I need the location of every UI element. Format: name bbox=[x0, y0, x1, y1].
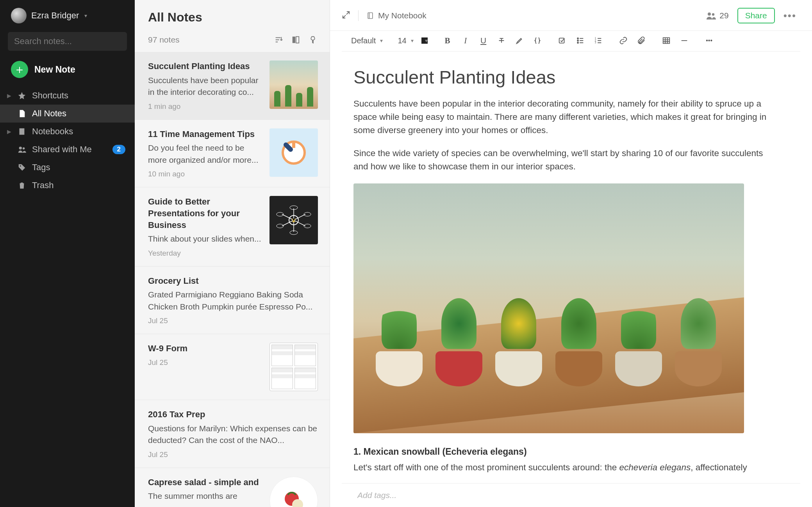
search-input[interactable] bbox=[14, 36, 121, 46]
checklist-button[interactable] bbox=[557, 36, 568, 46]
link-button[interactable] bbox=[618, 36, 628, 46]
list-title: All Notes bbox=[148, 10, 316, 25]
note-item[interactable]: 11 Time Management Tips Do you feel the … bbox=[135, 120, 330, 188]
nav-all-notes[interactable]: ▶ All Notes bbox=[0, 105, 135, 123]
share-count[interactable]: 29 bbox=[706, 11, 728, 20]
svg-point-26 bbox=[577, 42, 578, 43]
note-thumbnail bbox=[269, 60, 318, 109]
doc-image[interactable] bbox=[353, 183, 744, 433]
filter-icon[interactable] bbox=[308, 35, 318, 45]
attachment-button[interactable] bbox=[636, 36, 646, 46]
font-size-select[interactable]: 14 bbox=[398, 36, 413, 45]
avatar bbox=[11, 8, 27, 23]
note-snippet: Succulents have been popular in the inte… bbox=[148, 75, 262, 98]
sort-icon[interactable] bbox=[273, 35, 284, 45]
nav-label: Shared with Me bbox=[32, 144, 92, 155]
shared-badge: 2 bbox=[112, 145, 125, 154]
trash-icon bbox=[17, 181, 27, 190]
font-family-select[interactable]: Default bbox=[351, 36, 383, 45]
nav-label: Shortcuts bbox=[32, 91, 68, 101]
expand-icon[interactable] bbox=[342, 11, 350, 21]
color-swatch-icon bbox=[421, 37, 428, 44]
note-item[interactable]: W-9 Form Jul 25 bbox=[135, 334, 330, 400]
svg-rect-30 bbox=[663, 38, 669, 44]
user-menu[interactable]: Ezra Bridger ▾ bbox=[0, 5, 135, 30]
nav-label: Trash bbox=[32, 180, 54, 190]
note-item[interactable]: Grocery List Grated Parmigiano Reggiano … bbox=[135, 267, 330, 334]
nav-label: Tags bbox=[32, 162, 50, 173]
note-thumbnail bbox=[269, 128, 318, 177]
note-title: Caprese salad - simple and bbox=[148, 477, 262, 488]
view-toggle-icon[interactable] bbox=[291, 35, 301, 45]
font-color-select[interactable] bbox=[421, 37, 428, 44]
strikethrough-button[interactable] bbox=[496, 36, 507, 46]
note-title: Grocery List bbox=[148, 275, 318, 287]
note-time: 10 min ago bbox=[148, 170, 262, 178]
people-icon bbox=[706, 11, 716, 20]
nav-shortcuts[interactable]: ▶ Shortcuts bbox=[0, 87, 135, 105]
note-snippet: The summer months are bbox=[148, 490, 262, 502]
divider bbox=[358, 10, 359, 21]
tag-input[interactable] bbox=[357, 491, 785, 500]
doc-title[interactable]: Succulent Planting Ideas bbox=[353, 66, 777, 88]
note-title: Succulent Planting Ideas bbox=[148, 60, 262, 72]
nav-trash[interactable]: ▶ Trash bbox=[0, 176, 135, 194]
bold-button[interactable]: B bbox=[443, 36, 453, 46]
note-title: Guide to Better Presentations for your B… bbox=[148, 196, 262, 231]
doc-paragraph[interactable]: Succulents have been popular in the inte… bbox=[353, 97, 777, 137]
note-title: W-9 Form bbox=[148, 343, 262, 354]
share-button[interactable]: Share bbox=[737, 8, 775, 23]
divider-button[interactable] bbox=[679, 36, 689, 46]
editor-toolbar: Default 14 B I U 123 ••• bbox=[342, 31, 800, 52]
note-thumbnail bbox=[269, 477, 318, 507]
editor-body[interactable]: Succulent Planting Ideas Succulents have… bbox=[330, 52, 812, 483]
doc-paragraph[interactable]: Let's start off with one of the most pro… bbox=[353, 461, 777, 474]
note-list[interactable]: Succulent Planting Ideas Succulents have… bbox=[135, 52, 330, 507]
nav-list: ▶ Shortcuts ▶ All Notes ▶ Notebooks ▶ Sh… bbox=[0, 87, 135, 194]
note-item[interactable]: Guide to Better Presentations for your B… bbox=[135, 187, 330, 267]
table-button[interactable] bbox=[661, 36, 671, 46]
svg-text:3: 3 bbox=[594, 41, 596, 44]
doc-heading[interactable]: 1. Mexican snowball (Echeveria elegans) bbox=[353, 447, 777, 457]
highlight-button[interactable] bbox=[514, 36, 525, 46]
svg-rect-19 bbox=[368, 13, 373, 19]
note-thumbnail bbox=[269, 196, 318, 244]
tag-icon bbox=[17, 163, 27, 172]
bullet-list-button[interactable] bbox=[575, 36, 585, 46]
underline-button[interactable]: U bbox=[478, 36, 489, 46]
svg-rect-8 bbox=[292, 142, 295, 148]
note-snippet: Do you feel the need to be more organize… bbox=[148, 142, 262, 166]
note-time: Jul 25 bbox=[148, 450, 318, 459]
svg-rect-5 bbox=[293, 37, 295, 43]
nav-label: Notebooks bbox=[32, 126, 73, 137]
note-count: 97 notes bbox=[148, 35, 180, 44]
people-icon bbox=[17, 145, 27, 154]
new-note-button[interactable]: ＋ New Note bbox=[0, 57, 135, 87]
code-block-button[interactable] bbox=[532, 36, 543, 46]
editor-header: My Notebook 29 Share ••• bbox=[330, 0, 812, 31]
nav-shared[interactable]: ▶ Shared with Me 2 bbox=[0, 141, 135, 158]
nav-tags[interactable]: ▶ Tags bbox=[0, 158, 135, 176]
more-formatting-icon[interactable]: ••• bbox=[704, 36, 714, 46]
note-title: 11 Time Management Tips bbox=[148, 128, 262, 140]
svg-point-22 bbox=[712, 13, 714, 16]
italic-button[interactable]: I bbox=[460, 36, 471, 46]
note-time: Jul 25 bbox=[148, 358, 262, 367]
star-icon bbox=[17, 91, 27, 100]
search-input-wrap[interactable] bbox=[8, 32, 127, 51]
user-name: Ezra Bridger bbox=[31, 11, 79, 21]
nav-notebooks[interactable]: ▶ Notebooks bbox=[0, 123, 135, 141]
note-item[interactable]: Succulent Planting Ideas Succulents have… bbox=[135, 52, 330, 120]
notebook-icon bbox=[366, 11, 374, 20]
note-title: 2016 Tax Prep bbox=[148, 409, 318, 420]
notebook-selector[interactable]: My Notebook bbox=[366, 11, 427, 20]
note-item[interactable]: 2016 Tax Prep Questions for Marilyn: Whi… bbox=[135, 400, 330, 468]
doc-paragraph[interactable]: Since the wide variety of species can be… bbox=[353, 147, 777, 173]
note-item[interactable]: Caprese salad - simple and The summer mo… bbox=[135, 468, 330, 507]
nav-label: All Notes bbox=[32, 109, 66, 119]
more-icon[interactable]: ••• bbox=[783, 10, 796, 22]
notebook-icon bbox=[17, 127, 27, 136]
numbered-list-button[interactable]: 123 bbox=[593, 36, 603, 46]
svg-point-4 bbox=[20, 165, 21, 167]
tag-row[interactable] bbox=[342, 483, 800, 507]
